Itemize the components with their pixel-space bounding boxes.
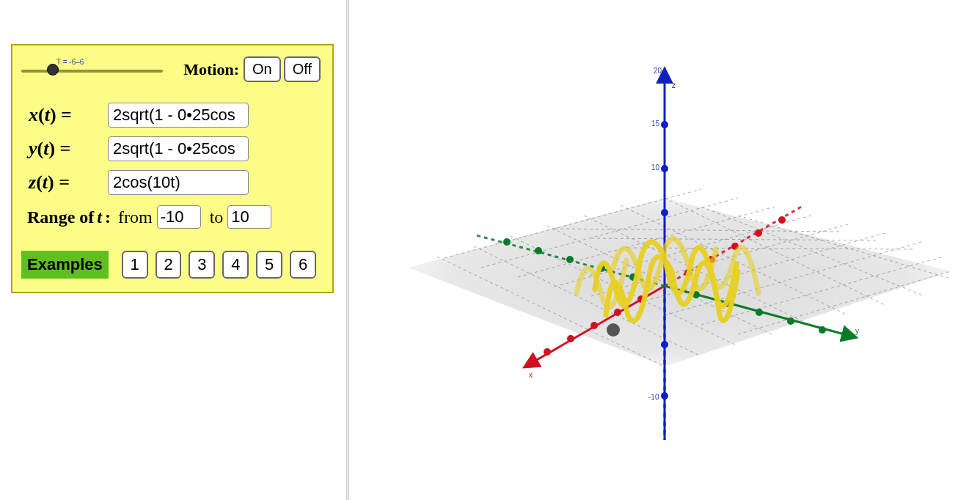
- svg-point-33: [567, 335, 574, 342]
- slider-thumb[interactable]: [47, 64, 59, 76]
- svg-point-23: [661, 209, 668, 216]
- z-input[interactable]: [108, 170, 249, 195]
- t-slider[interactable]: T = -6–6: [21, 68, 163, 71]
- example-5-button[interactable]: 5: [256, 251, 282, 279]
- motion-off-button[interactable]: Off: [284, 56, 321, 82]
- slider-label: T = -6–6: [56, 58, 84, 66]
- range-from-input[interactable]: [157, 205, 201, 229]
- svg-point-21: [661, 121, 668, 128]
- range-to-word: to: [210, 207, 224, 227]
- svg-text:-10: -10: [648, 393, 659, 401]
- svg-point-47: [566, 256, 574, 263]
- svg-point-22: [661, 165, 668, 172]
- range-from-word: from: [118, 207, 153, 227]
- example-1-button[interactable]: 1: [122, 251, 148, 279]
- y-label: y(t) =: [29, 138, 108, 160]
- svg-point-34: [544, 348, 551, 356]
- svg-text:20: 20: [654, 67, 662, 75]
- y-axis-label: y: [855, 327, 859, 335]
- svg-text:15: 15: [651, 120, 660, 128]
- example-6-button[interactable]: 6: [290, 251, 316, 279]
- z-axis-label: z: [672, 81, 676, 89]
- svg-point-42: [756, 309, 763, 316]
- range-var: t: [97, 207, 102, 227]
- example-2-button[interactable]: 2: [156, 251, 182, 279]
- svg-point-24: [661, 392, 668, 400]
- examples-badge: Examples: [21, 251, 109, 279]
- example-3-button[interactable]: 3: [189, 251, 215, 279]
- svg-text:10: 10: [651, 163, 660, 172]
- svg-point-49: [503, 238, 511, 246]
- x-label: x(t) =: [29, 104, 108, 126]
- svg-point-32: [590, 322, 598, 329]
- xy-plane: [408, 198, 951, 367]
- svg-point-44: [819, 326, 826, 334]
- x-axis-label: x: [529, 371, 533, 379]
- svg-point-31: [614, 309, 621, 316]
- svg-point-25: [661, 341, 668, 348]
- x-input[interactable]: [108, 103, 249, 128]
- svg-point-39: [778, 216, 786, 224]
- y-input[interactable]: [108, 136, 249, 161]
- svg-point-48: [535, 247, 542, 254]
- example-4-button[interactable]: 4: [222, 251, 249, 279]
- 3d-viewport[interactable]: 20 15 10 -10 z x: [349, 0, 980, 500]
- z-label: z(t) =: [29, 172, 108, 194]
- trace-point: [607, 323, 620, 337]
- motion-on-button[interactable]: On: [244, 56, 281, 82]
- motion-label: Motion:: [183, 60, 239, 79]
- range-label: Range of: [27, 207, 94, 227]
- plot-3d[interactable]: 20 15 10 -10 z x: [349, 0, 980, 500]
- control-panel: T = -6–6 Motion: On Off x(t) = y(t) = z(…: [11, 44, 334, 293]
- svg-point-38: [755, 229, 762, 237]
- svg-point-43: [787, 317, 794, 325]
- range-to-input[interactable]: [227, 205, 271, 229]
